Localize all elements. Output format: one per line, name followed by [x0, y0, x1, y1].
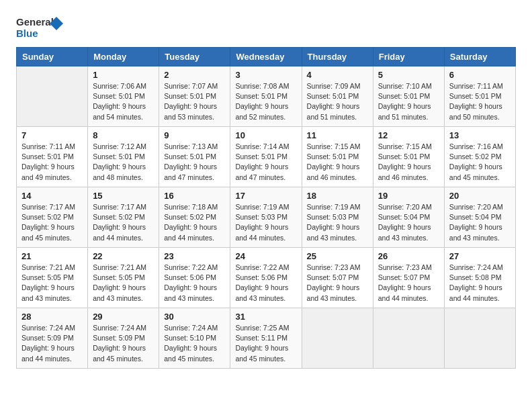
day-cell: 6Sunrise: 7:11 AM Sunset: 5:01 PM Daylig… — [444, 66, 515, 127]
day-number: 7 — [21, 130, 83, 140]
day-number: 15 — [93, 191, 154, 201]
day-number: 17 — [235, 191, 296, 201]
weekday-header-row: SundayMondayTuesdayWednesdayThursdayFrid… — [17, 48, 516, 66]
day-cell: 19Sunrise: 7:20 AM Sunset: 5:04 PM Dayli… — [373, 187, 444, 248]
weekday-header-tuesday: Tuesday — [159, 48, 230, 66]
weekday-header-sunday: Sunday — [17, 48, 88, 66]
day-number: 22 — [93, 251, 154, 261]
day-info: Sunrise: 7:19 AM Sunset: 5:03 PM Dayligh… — [235, 202, 296, 243]
day-cell: 8Sunrise: 7:12 AM Sunset: 5:01 PM Daylig… — [88, 127, 159, 187]
day-cell: 31Sunrise: 7:25 AM Sunset: 5:11 PM Dayli… — [230, 308, 302, 369]
day-cell: 29Sunrise: 7:24 AM Sunset: 5:09 PM Dayli… — [88, 308, 159, 369]
day-number: 19 — [378, 191, 439, 201]
day-cell: 10Sunrise: 7:14 AM Sunset: 5:01 PM Dayli… — [230, 127, 302, 187]
week-row-2: 7Sunrise: 7:11 AM Sunset: 5:01 PM Daylig… — [17, 127, 516, 187]
day-cell: 14Sunrise: 7:17 AM Sunset: 5:02 PM Dayli… — [17, 187, 88, 248]
day-cell: 27Sunrise: 7:24 AM Sunset: 5:08 PM Dayli… — [444, 248, 515, 308]
day-number: 25 — [307, 251, 368, 261]
day-cell: 2Sunrise: 7:07 AM Sunset: 5:01 PM Daylig… — [159, 66, 230, 127]
day-info: Sunrise: 7:11 AM Sunset: 5:01 PM Dayligh… — [449, 81, 511, 122]
day-cell: 3Sunrise: 7:08 AM Sunset: 5:01 PM Daylig… — [230, 66, 302, 127]
day-number: 16 — [164, 191, 225, 201]
day-info: Sunrise: 7:10 AM Sunset: 5:01 PM Dayligh… — [378, 81, 439, 122]
day-number: 9 — [164, 130, 225, 140]
weekday-header-friday: Friday — [373, 48, 444, 66]
day-number: 31 — [235, 312, 296, 322]
day-info: Sunrise: 7:24 AM Sunset: 5:09 PM Dayligh… — [93, 323, 154, 364]
day-info: Sunrise: 7:25 AM Sunset: 5:11 PM Dayligh… — [235, 323, 296, 364]
day-info: Sunrise: 7:21 AM Sunset: 5:05 PM Dayligh… — [21, 263, 83, 304]
page-header: GeneralBlue — [16, 13, 516, 40]
day-number: 12 — [378, 130, 439, 140]
day-cell: 15Sunrise: 7:17 AM Sunset: 5:02 PM Dayli… — [88, 187, 159, 248]
day-number: 3 — [235, 70, 296, 80]
day-info: Sunrise: 7:08 AM Sunset: 5:01 PM Dayligh… — [235, 81, 296, 122]
svg-text:General: General — [16, 16, 54, 28]
calendar-table: SundayMondayTuesdayWednesdayThursdayFrid… — [16, 47, 516, 369]
week-row-1: 1Sunrise: 7:06 AM Sunset: 5:01 PM Daylig… — [17, 66, 516, 127]
day-info: Sunrise: 7:18 AM Sunset: 5:02 PM Dayligh… — [164, 202, 225, 243]
day-info: Sunrise: 7:22 AM Sunset: 5:06 PM Dayligh… — [164, 263, 225, 304]
day-cell: 26Sunrise: 7:23 AM Sunset: 5:07 PM Dayli… — [373, 248, 444, 308]
day-cell — [444, 308, 515, 369]
week-row-3: 14Sunrise: 7:17 AM Sunset: 5:02 PM Dayli… — [17, 187, 516, 248]
day-info: Sunrise: 7:21 AM Sunset: 5:05 PM Dayligh… — [93, 263, 154, 304]
day-number: 11 — [307, 130, 368, 140]
day-cell: 22Sunrise: 7:21 AM Sunset: 5:05 PM Dayli… — [88, 248, 159, 308]
day-cell: 18Sunrise: 7:19 AM Sunset: 5:03 PM Dayli… — [302, 187, 373, 248]
day-info: Sunrise: 7:15 AM Sunset: 5:01 PM Dayligh… — [307, 142, 368, 183]
day-cell: 11Sunrise: 7:15 AM Sunset: 5:01 PM Dayli… — [302, 127, 373, 187]
day-info: Sunrise: 7:17 AM Sunset: 5:02 PM Dayligh… — [93, 202, 154, 243]
day-number: 8 — [93, 130, 154, 140]
day-number: 13 — [449, 130, 511, 140]
day-number: 5 — [378, 70, 439, 80]
day-number: 1 — [93, 70, 154, 80]
day-cell — [302, 308, 373, 369]
day-cell: 28Sunrise: 7:24 AM Sunset: 5:09 PM Dayli… — [17, 308, 88, 369]
day-info: Sunrise: 7:16 AM Sunset: 5:02 PM Dayligh… — [449, 142, 511, 183]
day-info: Sunrise: 7:17 AM Sunset: 5:02 PM Dayligh… — [21, 202, 83, 243]
day-info: Sunrise: 7:07 AM Sunset: 5:01 PM Dayligh… — [164, 81, 225, 122]
day-cell: 20Sunrise: 7:20 AM Sunset: 5:04 PM Dayli… — [444, 187, 515, 248]
day-info: Sunrise: 7:20 AM Sunset: 5:04 PM Dayligh… — [378, 202, 439, 243]
day-info: Sunrise: 7:24 AM Sunset: 5:09 PM Dayligh… — [21, 323, 83, 364]
day-info: Sunrise: 7:24 AM Sunset: 5:08 PM Dayligh… — [449, 263, 511, 304]
day-number: 24 — [235, 251, 296, 261]
weekday-header-monday: Monday — [88, 48, 159, 66]
day-info: Sunrise: 7:06 AM Sunset: 5:01 PM Dayligh… — [93, 81, 154, 122]
day-info: Sunrise: 7:23 AM Sunset: 5:07 PM Dayligh… — [378, 263, 439, 304]
day-number: 29 — [93, 312, 154, 322]
day-info: Sunrise: 7:15 AM Sunset: 5:01 PM Dayligh… — [378, 142, 439, 183]
day-cell: 13Sunrise: 7:16 AM Sunset: 5:02 PM Dayli… — [444, 127, 515, 187]
week-row-5: 28Sunrise: 7:24 AM Sunset: 5:09 PM Dayli… — [17, 308, 516, 369]
day-cell: 17Sunrise: 7:19 AM Sunset: 5:03 PM Dayli… — [230, 187, 302, 248]
day-cell: 9Sunrise: 7:13 AM Sunset: 5:01 PM Daylig… — [159, 127, 230, 187]
day-info: Sunrise: 7:12 AM Sunset: 5:01 PM Dayligh… — [93, 142, 154, 183]
day-info: Sunrise: 7:20 AM Sunset: 5:04 PM Dayligh… — [449, 202, 511, 243]
day-cell: 16Sunrise: 7:18 AM Sunset: 5:02 PM Dayli… — [159, 187, 230, 248]
day-cell: 1Sunrise: 7:06 AM Sunset: 5:01 PM Daylig… — [88, 66, 159, 127]
day-cell: 24Sunrise: 7:22 AM Sunset: 5:06 PM Dayli… — [230, 248, 302, 308]
day-cell: 23Sunrise: 7:22 AM Sunset: 5:06 PM Dayli… — [159, 248, 230, 308]
day-cell — [17, 66, 88, 127]
week-row-4: 21Sunrise: 7:21 AM Sunset: 5:05 PM Dayli… — [17, 248, 516, 308]
logo: GeneralBlue — [16, 13, 63, 40]
day-info: Sunrise: 7:11 AM Sunset: 5:01 PM Dayligh… — [21, 142, 83, 183]
day-number: 18 — [307, 191, 368, 201]
day-number: 30 — [164, 312, 225, 322]
weekday-header-saturday: Saturday — [444, 48, 515, 66]
day-number: 10 — [235, 130, 296, 140]
day-number: 14 — [21, 191, 83, 201]
day-number: 21 — [21, 251, 83, 261]
day-number: 27 — [449, 251, 511, 261]
day-number: 26 — [378, 251, 439, 261]
day-number: 6 — [449, 70, 511, 80]
day-cell: 25Sunrise: 7:23 AM Sunset: 5:07 PM Dayli… — [302, 248, 373, 308]
day-number: 4 — [307, 70, 368, 80]
day-info: Sunrise: 7:14 AM Sunset: 5:01 PM Dayligh… — [235, 142, 296, 183]
day-number: 2 — [164, 70, 225, 80]
day-cell: 7Sunrise: 7:11 AM Sunset: 5:01 PM Daylig… — [17, 127, 88, 187]
day-number: 28 — [21, 312, 83, 322]
day-info: Sunrise: 7:09 AM Sunset: 5:01 PM Dayligh… — [307, 81, 368, 122]
day-cell — [373, 308, 444, 369]
